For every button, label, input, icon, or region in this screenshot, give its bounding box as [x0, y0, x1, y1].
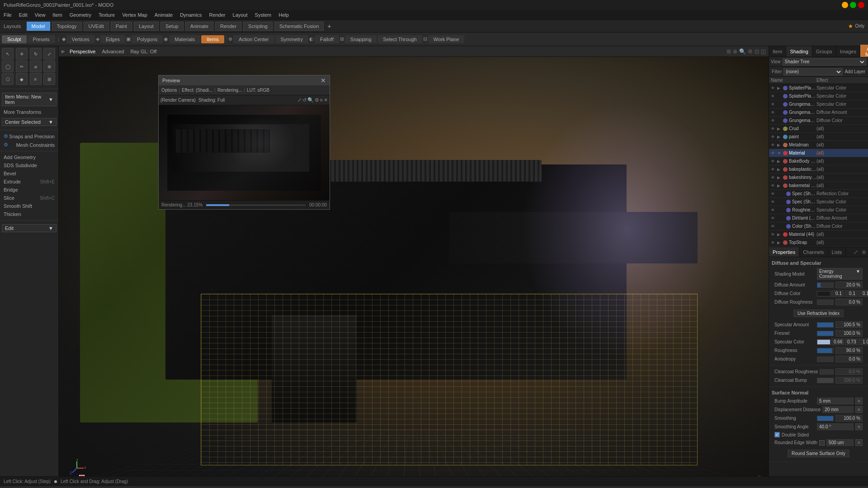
menu-file[interactable]: File [4, 12, 12, 18]
eye-icon[interactable]: 👁 [771, 240, 777, 245]
table-row[interactable]: 👁 Grungemaps0136_... Specular Color [769, 100, 868, 108]
expand-icon[interactable]: ▼ [777, 151, 782, 155]
menu-item[interactable]: Item [52, 12, 62, 18]
tool-scale[interactable]: ⤢ [43, 48, 55, 60]
viewport-icon-6[interactable]: ◫ [761, 48, 766, 55]
props-pin-btn[interactable]: ⊕ [860, 249, 868, 255]
rpanel-tab-groups[interactable]: Groups [812, 46, 836, 56]
viewport-perspective-btn[interactable]: Perspective [68, 49, 97, 54]
table-row[interactable]: 👁 Grungemaps0136_... Diffuse Amount [769, 108, 868, 117]
round-same-surface-button[interactable]: Round Same Surface Only [788, 450, 849, 457]
preview-icon-menu[interactable]: ≡ [320, 97, 323, 103]
clearcoat-roughness-value[interactable]: 0.0 % [835, 368, 863, 375]
preview-icon-close[interactable]: ✕ [324, 97, 328, 103]
rpanel-tab-shading[interactable]: Shading [786, 46, 812, 56]
viewport-icon-1[interactable]: ⊞ [726, 48, 731, 55]
tool-transform[interactable]: ⊞ [43, 73, 55, 85]
tool-paint[interactable]: ✏ [16, 61, 28, 72]
maximize-button[interactable] [850, 2, 856, 8]
clearcoat-bump-slider[interactable] [817, 378, 834, 383]
viewport-raygl-btn[interactable]: Ray GL: Off [128, 49, 158, 54]
menu-geometry[interactable]: Geometry [70, 12, 91, 18]
menu-system[interactable]: System [255, 12, 272, 18]
eye-icon[interactable]: 👁 [771, 143, 777, 147]
preview-options-label[interactable]: Options [161, 88, 177, 93]
anisotropy-slider[interactable] [817, 357, 834, 362]
tab-schematic-fusion[interactable]: Schematic Fusion [274, 22, 324, 31]
diffuse-r-value[interactable]: 0.1 [831, 290, 844, 297]
mode-materials[interactable]: Materials [169, 35, 200, 43]
tab-scripting[interactable]: Scripting [243, 22, 273, 31]
viewport-icon-2[interactable]: ⊕ [733, 48, 737, 55]
table-row[interactable]: 👁 Spec (Shader1...) Specular Color [769, 198, 868, 206]
eye-icon[interactable]: 👁 [771, 232, 777, 237]
specular-amount-value[interactable]: 100.5 % [835, 321, 863, 328]
bevel-tool[interactable]: Bevel [0, 169, 58, 178]
smoothing-angle-input[interactable]: 40.0 ° [817, 423, 854, 430]
eye-icon[interactable]: 👁 [771, 94, 777, 99]
specular-g-value[interactable]: 0.73 [845, 338, 858, 345]
mode-select-through[interactable]: Select Through [377, 35, 422, 43]
expand-icon[interactable]: ▶ [777, 86, 782, 90]
preview-effect-label[interactable]: Effect: (Shadi... [182, 88, 212, 93]
eye-icon[interactable]: 👁 [771, 159, 777, 164]
tool-edge-slide[interactable]: ≡ [30, 73, 42, 85]
rpanel-tab-item[interactable]: Item [769, 46, 786, 56]
mode-action-center[interactable]: Action Center [233, 35, 274, 43]
eye-icon[interactable]: 👁 [771, 183, 777, 188]
tab-model[interactable]: Model [27, 22, 50, 31]
tab-render[interactable]: Render [215, 22, 241, 31]
menu-layout[interactable]: Layout [233, 12, 248, 18]
table-row[interactable]: 👁 SplatterPlastic014... Specular Color [769, 92, 868, 100]
tab-paint[interactable]: Paint [111, 22, 132, 31]
assign-material-button[interactable]: Assign Material [860, 45, 868, 58]
menu-view[interactable]: View [35, 12, 46, 18]
mode-polygons[interactable]: Polygons [132, 35, 163, 43]
rounded-edge-arrow[interactable]: ≡ [855, 439, 863, 446]
mode-edges[interactable]: Edges [100, 35, 125, 43]
table-row[interactable]: 👁 ▶ Crud (all) [769, 125, 868, 133]
mode-snapping[interactable]: Snapping [345, 35, 377, 43]
minimize-button[interactable] [842, 2, 848, 8]
clearcoat-roughness-slider[interactable] [820, 369, 834, 375]
roughness-slider[interactable] [817, 348, 834, 353]
table-row[interactable]: 👁 ▶ Material (44) (all) [769, 230, 868, 239]
close-button[interactable] [858, 2, 864, 8]
table-row[interactable]: 👁 Grungemaps0136_... Diffuse Color [769, 117, 868, 125]
eye-icon[interactable]: 👁 [771, 167, 777, 172]
expand-icon[interactable]: ▶ [777, 127, 782, 131]
add-geometry[interactable]: Add Geometry [0, 153, 58, 161]
specular-color-swatch[interactable] [817, 339, 830, 345]
add-layer-button[interactable]: Add Layer [844, 69, 865, 74]
eye-icon[interactable]: 👁 [771, 135, 777, 139]
eye-icon[interactable]: 👁 [771, 192, 777, 196]
viewport[interactable]: ▶ Perspective Advanced Ray GL: Off ⊞ ⊕ 🔍… [59, 46, 769, 476]
eye-icon[interactable]: 👁 [771, 175, 777, 180]
preview-icon-settings[interactable]: ⚙ [315, 97, 319, 103]
tool-move[interactable]: ✛ [16, 48, 28, 60]
clearcoat-bump-value[interactable]: 100.0 % [835, 377, 863, 384]
table-row[interactable]: 👁 Spec (Shader1...) Reflection Color [769, 190, 868, 198]
tab-setup[interactable]: Setup [160, 22, 184, 31]
table-row[interactable]: 👁 ▼ Material (all) [769, 149, 868, 157]
center-selected-dropdown[interactable]: Center Selected ▼ [2, 118, 57, 126]
diffuse-b-value[interactable]: 0.1 [859, 290, 868, 297]
menu-animate[interactable]: Animate [155, 12, 173, 18]
props-tab-properties[interactable]: Properties [769, 247, 799, 257]
menu-texture[interactable]: Texture [99, 12, 115, 18]
expand-icon[interactable]: ▶ [777, 167, 782, 172]
menu-render[interactable]: Render [209, 12, 225, 18]
menu-edit[interactable]: Edit [19, 12, 28, 18]
table-row[interactable]: 👁 ▶ TopStrap (all) [769, 239, 868, 247]
use-refractive-button[interactable]: Use Refractive Index [793, 310, 844, 317]
diffuse-amount-value[interactable]: 20.0 % [835, 282, 863, 288]
edit-dropdown[interactable]: Edit ▼ [2, 224, 57, 232]
eye-icon[interactable]: 👁 [771, 224, 777, 229]
expand-icon[interactable]: ▶ [777, 159, 782, 164]
table-row[interactable]: 👁 Color (Shader...) Diffuse Color [769, 222, 868, 230]
fresnel-slider[interactable] [817, 331, 834, 336]
smoothing-slider[interactable] [817, 416, 834, 421]
tool-knife[interactable]: ⌀ [30, 61, 42, 72]
item-menu-dropdown[interactable]: Item Menu: New Item ▼ [2, 93, 57, 106]
table-row[interactable]: 👁 ▶ bakeshinnymetal (Mat... (all) [769, 174, 868, 182]
